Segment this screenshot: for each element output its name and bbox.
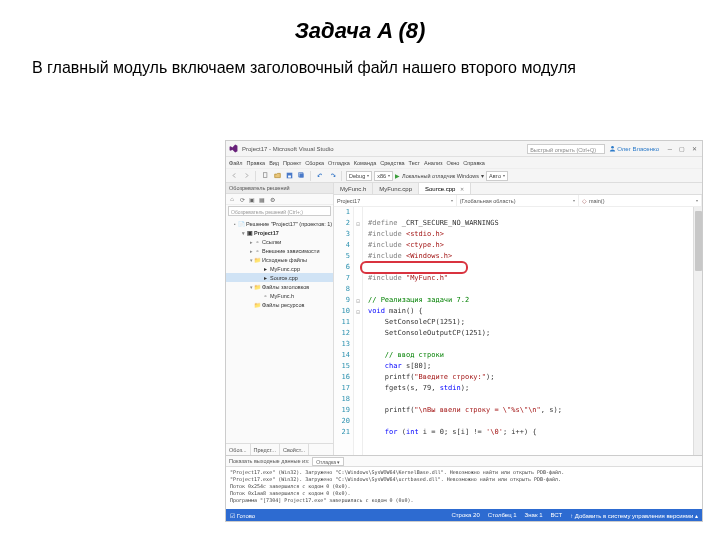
maximize-icon[interactable]: ▢ (677, 144, 687, 154)
nav-member-combo[interactable]: ◇ main()▾ (579, 195, 702, 206)
svg-rect-1 (263, 173, 267, 178)
menu-tools[interactable]: Средства (380, 160, 404, 166)
code-editor[interactable]: 123456789101112131415161718192021 ⊟⊟⊟ #d… (334, 207, 702, 455)
status-line: Строка 20 (452, 512, 480, 518)
tree-myfunc-h[interactable]: ▫MyFunc.h (226, 291, 333, 300)
tree-source-cpp[interactable]: ▸Source.cpp (226, 273, 333, 282)
play-icon: ▶ (395, 173, 400, 179)
undo-icon[interactable] (315, 171, 325, 181)
status-char: Знак 1 (525, 512, 543, 518)
tree-sources[interactable]: ▾📁Исходные файлы (226, 255, 333, 264)
svg-point-0 (611, 146, 614, 149)
tab-classview[interactable]: Предст... (251, 444, 280, 455)
slide-subtitle: В главный модуль включаем заголовочный ф… (32, 58, 688, 79)
solution-search-input[interactable]: Обозреватель решений (Ctrl+;) (228, 206, 331, 216)
tree-project[interactable]: ▾▣Project17 (226, 228, 333, 237)
output-label: Показать выходные данные из: (229, 458, 309, 464)
menu-analyze[interactable]: Анализ (424, 160, 443, 166)
save-icon[interactable] (284, 171, 294, 181)
nav-back-icon[interactable] (229, 171, 239, 181)
quick-launch-input[interactable]: Быстрый открыть (Ctrl+Q) (527, 144, 605, 154)
output-text[interactable]: "Project17.exe" (Win32). Загружено "C:\W… (226, 467, 702, 509)
line-gutter: 123456789101112131415161718192021 (334, 207, 354, 455)
tree-resources[interactable]: 📁Файлы ресурсов (226, 300, 333, 309)
vs-window: Project17 - Microsoft Visual Studio Быст… (225, 140, 703, 522)
menu-view[interactable]: Вид (269, 160, 279, 166)
menu-project[interactable]: Проект (283, 160, 301, 166)
solution-tree: ▪📄Решение "Project17" (проектов: 1) ▾▣Pr… (226, 217, 333, 443)
output-toolbar: Показать выходные данные из: Отладка ▾ (226, 456, 702, 467)
nav-scope-combo[interactable]: (Глобальная область)▾ (457, 195, 580, 206)
tree-headers[interactable]: ▾📁Файлы заголовков (226, 282, 333, 291)
solution-explorer-title: Обозреватель решений (226, 183, 333, 194)
account-badge[interactable]: Олег Власенко (609, 145, 659, 152)
editor-area: MyFunc.h MyFunc.cpp Source.cpp✕ Project1… (334, 183, 702, 455)
solution-toolbar: ⌂ ⟳ ▣ ▦ ⚙ (226, 194, 333, 205)
tab-properties[interactable]: Свойст... (280, 444, 309, 455)
collapse-icon[interactable]: ▣ (248, 195, 256, 203)
nav-fwd-icon[interactable] (241, 171, 251, 181)
status-ready: ☑ Готово (230, 512, 255, 519)
tree-myfunc-cpp[interactable]: ▸MyFunc.cpp (226, 264, 333, 273)
tree-refs[interactable]: ▸▫Ссылки (226, 237, 333, 246)
main-toolbar: Debug▾ x86▾ ▶ Локальный отладчик Windows… (226, 169, 702, 183)
show-all-icon[interactable]: ▦ (258, 195, 266, 203)
minimize-icon[interactable]: ─ (665, 144, 675, 154)
platform-combo[interactable]: x86▾ (374, 171, 393, 181)
status-bar: ☑ Готово Строка 20 Столбец 1 Знак 1 ВСТ … (226, 509, 702, 521)
tab-explorer[interactable]: Обоз... (226, 444, 251, 455)
tab-myfunc-h[interactable]: MyFunc.h (334, 183, 373, 194)
auto-combo[interactable]: Авто▾ (486, 171, 508, 181)
slide-title: Задача A (8) (0, 18, 720, 44)
code-text[interactable]: #define _CRT_SECURE_NO_WARNINGS #include… (363, 207, 702, 455)
vs-logo-icon (229, 144, 238, 153)
menu-file[interactable]: Файл (229, 160, 243, 166)
tab-source-cpp[interactable]: Source.cpp✕ (419, 183, 471, 194)
tree-external[interactable]: ▸▫Внешние зависимости (226, 246, 333, 255)
highlight-annotation (360, 261, 468, 274)
solution-bottom-tabs: Обоз... Предст... Свойст... (226, 443, 333, 455)
menu-build[interactable]: Сборка (305, 160, 324, 166)
tab-close-icon[interactable]: ✕ (460, 183, 464, 195)
workspace: Обозреватель решений ⌂ ⟳ ▣ ▦ ⚙ Обозреват… (226, 183, 702, 455)
output-panel: Показать выходные данные из: Отладка ▾ "… (226, 455, 702, 509)
nav-bar: Project17▾ (Глобальная область)▾ ◇ main(… (334, 195, 702, 207)
status-mode: ВСТ (551, 512, 563, 518)
run-label: Локальный отладчик Windows (402, 173, 479, 179)
document-tabs: MyFunc.h MyFunc.cpp Source.cpp✕ (334, 183, 702, 195)
status-publish-button[interactable]: ↑ Добавить в систему управления версиями… (570, 512, 698, 519)
window-title: Project17 - Microsoft Visual Studio (242, 146, 334, 152)
title-bar: Project17 - Microsoft Visual Studio Быст… (226, 141, 702, 157)
solution-explorer: Обозреватель решений ⌂ ⟳ ▣ ▦ ⚙ Обозреват… (226, 183, 334, 455)
new-file-icon[interactable] (260, 171, 270, 181)
config-combo[interactable]: Debug▾ (346, 171, 372, 181)
fold-gutter[interactable]: ⊟⊟⊟ (354, 207, 363, 455)
close-icon[interactable]: ✕ (689, 144, 699, 154)
menu-edit[interactable]: Правка (247, 160, 266, 166)
home-icon[interactable]: ⌂ (228, 195, 236, 203)
tree-solution[interactable]: ▪📄Решение "Project17" (проектов: 1) (226, 219, 333, 228)
tab-myfunc-cpp[interactable]: MyFunc.cpp (373, 183, 419, 194)
redo-icon[interactable] (327, 171, 337, 181)
status-column: Столбец 1 (488, 512, 517, 518)
output-source-combo[interactable]: Отладка ▾ (312, 457, 344, 466)
svg-rect-3 (288, 176, 291, 178)
menu-team[interactable]: Команда (354, 160, 376, 166)
save-all-icon[interactable] (296, 171, 306, 181)
nav-project-combo[interactable]: Project17▾ (334, 195, 457, 206)
refresh-icon[interactable]: ⟳ (238, 195, 246, 203)
menu-help[interactable]: Справка (463, 160, 485, 166)
properties-icon[interactable]: ⚙ (268, 195, 276, 203)
editor-scrollbar[interactable] (693, 207, 702, 455)
menu-window[interactable]: Окно (447, 160, 460, 166)
open-icon[interactable] (272, 171, 282, 181)
account-name: Олег Власенко (617, 146, 659, 152)
run-button[interactable]: ▶ Локальный отладчик Windows ▾ (395, 173, 484, 179)
menu-bar: Файл Правка Вид Проект Сборка Отладка Ко… (226, 157, 702, 169)
menu-test[interactable]: Тест (409, 160, 420, 166)
menu-debug[interactable]: Отладка (328, 160, 350, 166)
